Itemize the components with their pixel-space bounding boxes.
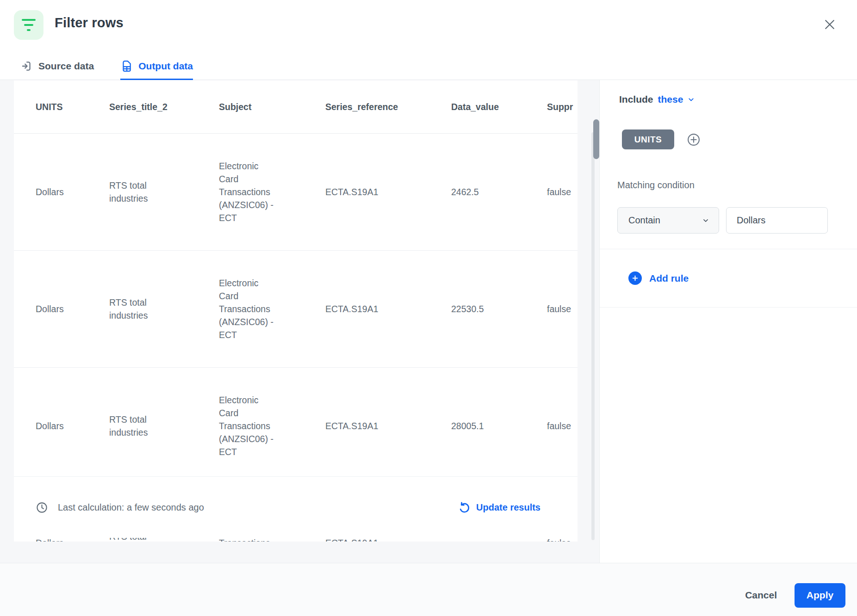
cell-series_reference: ECTA.S19A1 [325, 419, 451, 432]
table-header-row: UNITSSeries_title_2SubjectSeries_referen… [14, 80, 578, 134]
column-header-data_value: Data_value [451, 102, 547, 112]
cell-suppressed: faulse [547, 419, 578, 432]
page-title: Filter rows [55, 15, 124, 31]
cell-series_reference: ECTA.S19A1 [325, 185, 451, 198]
tab-label: Output data [138, 61, 193, 72]
close-icon [823, 18, 837, 31]
filter-rows-dialog: Filter rows Source data Outp [0, 0, 857, 616]
dialog-header: Filter rows Source data Outp [0, 0, 857, 80]
matching-condition-label: Matching condition [617, 180, 695, 191]
cell-suppressed: faulse [547, 302, 578, 315]
cell-subject: Electronic Card Transactions (ANZSIC06) … [219, 394, 325, 458]
condition-value-input[interactable] [726, 207, 828, 234]
cell-units: Dollars [36, 419, 109, 432]
table-row: DollarsRTS total industriesElectronic Ca… [14, 368, 578, 485]
cell-data_value: 22530.5 [451, 302, 547, 315]
plus-circle-icon [687, 133, 701, 147]
cell-units: Dollars [36, 302, 109, 315]
cell-data_value: 2462.5 [451, 185, 547, 198]
dialog-body: UNITSSeries_title_2SubjectSeries_referen… [0, 80, 857, 563]
include-mode-value: these [658, 94, 683, 105]
update-results-label: Update results [476, 502, 540, 513]
column-header-subject: Subject [219, 102, 325, 112]
cell-series_title_2: RTS total industries [109, 413, 219, 439]
cell-suppressed: faulse [547, 185, 578, 198]
table-row: DollarsRTS total industriesElectronic Ca… [14, 134, 578, 251]
column-header-series_reference: Series_reference [325, 102, 451, 112]
table-scrollbar-track[interactable] [591, 132, 595, 540]
last-calculation-text: Last calculation: a few seconds ago [58, 502, 204, 513]
include-mode-dropdown[interactable]: these [658, 94, 696, 105]
update-results-button[interactable]: Update results [457, 501, 540, 514]
dialog-footer: Cancel Apply [0, 563, 857, 616]
filter-settings-panel: Include these UNITS Matching condition C… [599, 80, 857, 563]
column-header-suppressed: Suppr [547, 102, 578, 112]
cell-subject: Electronic Card Transactions (ANZSIC06) … [219, 160, 325, 224]
filter-column-chip[interactable]: UNITS [622, 129, 674, 149]
clock-icon [36, 501, 48, 514]
results-bar: Last calculation: a few seconds ago Upda… [14, 476, 578, 538]
cell-series_title_2: RTS total industries [109, 296, 219, 322]
table-scrollbar-thumb[interactable] [593, 119, 599, 159]
cell-subject: Electronic Card Transactions (ANZSIC06) … [219, 277, 325, 341]
column-header-units: UNITS [36, 102, 109, 112]
filter-rows-icon [14, 10, 43, 40]
add-rule-label: Add rule [649, 273, 689, 284]
chevron-down-icon [687, 96, 695, 104]
cell-data_value: 28005.1 [451, 419, 547, 432]
cell-series_title_2: RTS total industries [109, 179, 219, 205]
cell-series_reference: ECTA.S19A1 [325, 302, 451, 315]
include-row: Include these [619, 94, 695, 105]
table-row: DollarsRTS total industriesElectronic Ca… [14, 251, 578, 368]
condition-select[interactable]: Contain [617, 207, 719, 234]
cell-units: Dollars [36, 185, 109, 198]
close-button[interactable] [822, 17, 838, 32]
column-header-series_title_2: Series_title_2 [109, 102, 219, 112]
chevron-down-icon [702, 217, 709, 224]
condition-value: Contain [628, 215, 660, 226]
plus-icon [628, 271, 642, 285]
tab-source-data[interactable]: Source data [20, 60, 94, 80]
refresh-icon [457, 501, 470, 514]
add-column-button[interactable] [687, 133, 701, 147]
last-calculation: Last calculation: a few seconds ago [36, 501, 204, 514]
tab-bar: Source data Output data [20, 60, 193, 80]
cancel-button[interactable]: Cancel [745, 590, 777, 601]
include-label: Include [619, 94, 653, 105]
output-data-table: UNITSSeries_title_2SubjectSeries_referen… [14, 80, 578, 542]
panel-divider [600, 307, 857, 308]
output-data-icon [120, 60, 132, 72]
add-rule-button[interactable]: Add rule [628, 271, 689, 285]
apply-button[interactable]: Apply [795, 583, 845, 608]
panel-divider [600, 249, 857, 249]
tab-output-data[interactable]: Output data [120, 60, 193, 80]
tab-label: Source data [38, 61, 94, 72]
source-data-icon [20, 60, 32, 72]
